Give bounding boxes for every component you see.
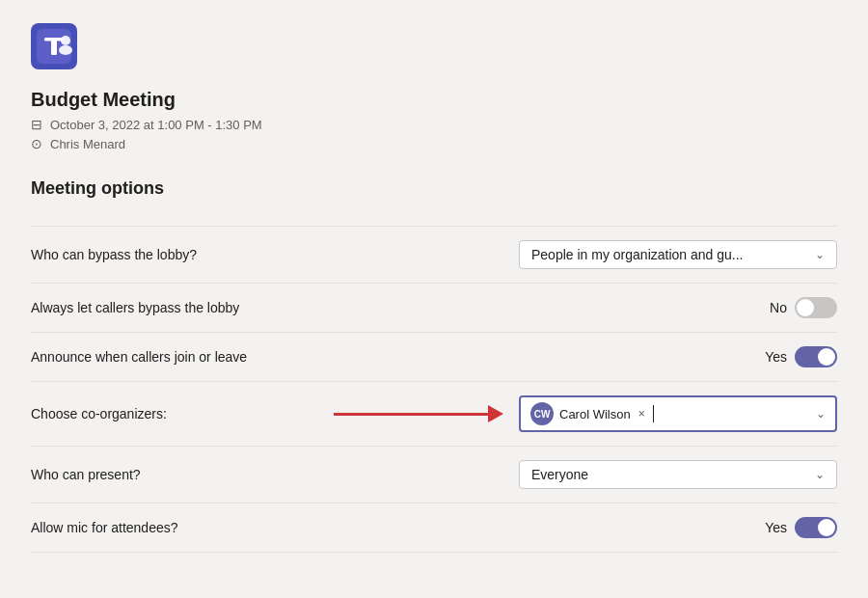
meeting-datetime: October 3, 2022 at 1:00 PM - 1:30 PM	[50, 118, 262, 132]
announce-toggle[interactable]	[795, 346, 837, 367]
co-organizer-chevron-icon: ⌄	[816, 407, 826, 421]
option-control-co-organizers: CW Carol Wilson × ⌄	[519, 395, 837, 432]
co-organizer-remove-icon[interactable]: ×	[638, 407, 645, 421]
text-cursor	[653, 405, 654, 422]
option-label-co-organizers: Choose co-organizers:	[31, 406, 167, 421]
option-row-announce: Announce when callers join or leave Yes	[31, 333, 837, 382]
arrow-head	[488, 405, 503, 422]
person-icon: ⊙	[31, 136, 42, 151]
lobby-bypass-value: People in my organization and gu...	[531, 247, 743, 262]
main-container: Budget Meeting ⊟ October 3, 2022 at 1:00…	[0, 0, 868, 576]
allow-mic-toggle-label: Yes	[765, 520, 787, 535]
option-control-announce: Yes	[765, 346, 837, 367]
arrow-container	[167, 405, 519, 422]
co-organizer-avatar: CW	[530, 402, 554, 425]
meeting-organizer: Chris Menard	[50, 137, 125, 151]
svg-point-5	[59, 45, 72, 55]
calendar-icon: ⊟	[31, 117, 42, 132]
option-control-who-can-present: Everyone ⌄	[519, 460, 837, 489]
meeting-datetime-row: ⊟ October 3, 2022 at 1:00 PM - 1:30 PM	[31, 117, 837, 132]
option-label-callers-bypass: Always let callers bypass the lobby	[31, 300, 239, 315]
option-row-lobby-bypass: Who can bypass the lobby? People in my o…	[31, 226, 837, 284]
option-control-lobby-bypass: People in my organization and gu... ⌄	[519, 240, 837, 269]
option-label-lobby-bypass: Who can bypass the lobby?	[31, 247, 197, 262]
announce-toggle-thumb	[818, 348, 835, 366]
allow-mic-toggle[interactable]	[795, 517, 837, 538]
option-row-callers-bypass: Always let callers bypass the lobby No	[31, 284, 837, 333]
red-arrow-icon	[334, 405, 503, 422]
announce-toggle-track	[795, 346, 837, 367]
lobby-bypass-dropdown[interactable]: People in my organization and gu... ⌄	[519, 240, 837, 269]
option-control-allow-mic: Yes	[765, 517, 837, 538]
announce-toggle-label: Yes	[765, 349, 787, 365]
meeting-title: Budget Meeting	[31, 89, 837, 111]
meeting-info: Budget Meeting ⊟ October 3, 2022 at 1:00…	[31, 89, 837, 151]
options-table: Who can bypass the lobby? People in my o…	[31, 226, 837, 553]
meeting-organizer-row: ⊙ Chris Menard	[31, 136, 837, 151]
option-row-who-can-present: Who can present? Everyone ⌄	[31, 447, 837, 503]
who-can-present-chevron-icon: ⌄	[815, 468, 825, 481]
arrow-line	[334, 413, 488, 416]
option-control-callers-bypass: No	[770, 297, 837, 318]
allow-mic-toggle-thumb	[818, 519, 835, 536]
option-label-announce: Announce when callers join or leave	[31, 349, 247, 365]
co-organizer-name: Carol Wilson	[559, 407, 631, 421]
callers-bypass-toggle[interactable]	[795, 297, 837, 318]
svg-rect-3	[51, 38, 57, 55]
option-label-allow-mic: Allow mic for attendees?	[31, 520, 178, 535]
co-organizer-field[interactable]: CW Carol Wilson × ⌄	[519, 395, 837, 432]
meeting-meta: ⊟ October 3, 2022 at 1:00 PM - 1:30 PM ⊙…	[31, 117, 837, 151]
app-header	[31, 23, 837, 69]
callers-bypass-toggle-track	[795, 297, 837, 318]
lobby-bypass-chevron-icon: ⌄	[815, 248, 825, 261]
option-row-allow-mic: Allow mic for attendees? Yes	[31, 503, 837, 553]
svg-point-4	[61, 36, 70, 45]
teams-logo-icon	[31, 23, 77, 69]
callers-bypass-toggle-label: No	[770, 300, 787, 315]
who-can-present-dropdown[interactable]: Everyone ⌄	[519, 460, 837, 489]
allow-mic-toggle-track	[795, 517, 837, 538]
section-title: Meeting options	[31, 178, 837, 199]
callers-bypass-toggle-thumb	[797, 299, 814, 316]
who-can-present-value: Everyone	[531, 467, 588, 482]
option-row-co-organizers: Choose co-organizers: CW Carol Wilson × …	[31, 382, 837, 447]
option-label-who-can-present: Who can present?	[31, 467, 141, 482]
